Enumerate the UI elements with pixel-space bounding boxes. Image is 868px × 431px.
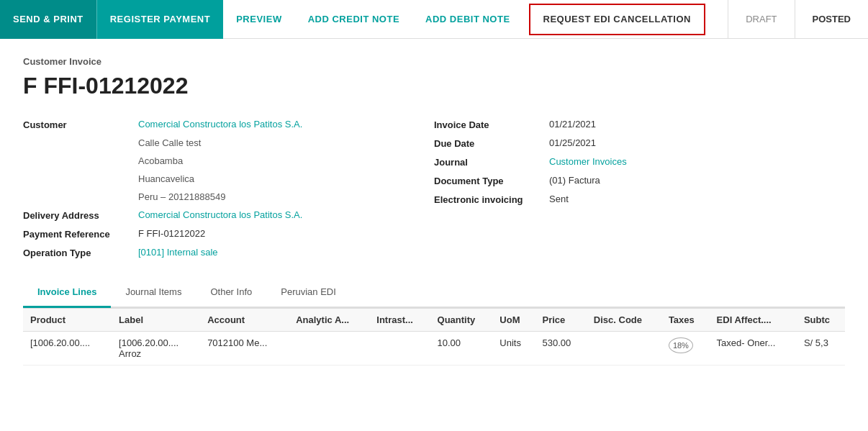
payment-reference-value: F FFI-01212022	[138, 228, 205, 239]
cell-product: [1006.20.00....	[23, 332, 112, 366]
due-date-label: Due Date	[434, 137, 549, 149]
fields-left: Customer Comercial Constructora los Pati…	[23, 117, 434, 260]
add-debit-note-button[interactable]: ADD DEBIT NOTE	[412, 0, 523, 39]
col-price: Price	[535, 309, 587, 332]
field-journal: Journal Customer Invoices	[434, 154, 845, 170]
address4-label	[23, 191, 138, 192]
payment-reference-label: Payment Reference	[23, 228, 138, 240]
main-content: Customer Invoice F FFI-01212022 Customer…	[0, 39, 868, 383]
electronic-invoicing-label: Electronic invoicing	[434, 194, 549, 205]
cell-subtotal: S/ 5,3	[797, 332, 845, 366]
fields-grid: Customer Comercial Constructora los Pati…	[23, 117, 845, 260]
document-subtitle: Customer Invoice	[23, 56, 845, 67]
status-posted[interactable]: POSTED	[795, 0, 868, 39]
tab-peruvian-edi[interactable]: Peruvian EDI	[266, 278, 351, 308]
tabs: Invoice Lines Journal Items Other Info P…	[23, 278, 845, 308]
cell-price: 530.00	[535, 332, 587, 366]
field-address1: Calle Calle test	[23, 135, 434, 150]
field-address3: Huancavelica	[23, 171, 434, 186]
col-account: Account	[200, 309, 289, 332]
field-delivery-address: Delivery Address Comercial Constructora …	[23, 207, 434, 223]
field-address4: Peru – 20121888549	[23, 189, 434, 204]
operation-type-value[interactable]: [0101] Internal sale	[138, 247, 218, 258]
journal-value[interactable]: Customer Invoices	[549, 156, 627, 167]
delivery-address-value[interactable]: Comercial Constructora los Patitos S.A.	[138, 209, 302, 220]
cell-quantity: 10.00	[430, 332, 493, 366]
table-row[interactable]: [1006.20.00.... [1006.20.00.... Arroz 70…	[23, 332, 845, 366]
address3-label	[23, 173, 138, 174]
address4-value: Peru – 20121888549	[138, 191, 225, 202]
cell-account: 7012100 Me...	[200, 332, 289, 366]
col-edi-affect: EDI Affect....	[710, 309, 797, 332]
col-analytic: Analytic A...	[289, 309, 369, 332]
cell-taxes: 18%	[661, 332, 710, 366]
preview-button[interactable]: PREVIEW	[223, 0, 294, 39]
register-payment-button[interactable]: REGISTER PAYMENT	[96, 0, 223, 39]
invoice-date-label: Invoice Date	[434, 119, 549, 130]
document-type-value: (01) Factura	[549, 175, 600, 186]
address1-label	[23, 137, 138, 138]
status-bar: DRAFT POSTED	[728, 0, 868, 39]
electronic-invoicing-value: Sent	[549, 194, 569, 204]
field-address2: Acobamba	[23, 153, 434, 168]
tab-journal-items[interactable]: Journal Items	[111, 278, 196, 308]
col-uom: UoM	[492, 309, 535, 332]
invoice-lines-table: Product Label Account Analytic A... Intr…	[23, 308, 845, 366]
due-date-value: 01/25/2021	[549, 137, 596, 148]
address2-value: Acobamba	[138, 155, 183, 166]
col-product: Product	[23, 309, 112, 332]
tax-badge: 18%	[669, 337, 693, 353]
delivery-address-label: Delivery Address	[23, 209, 138, 221]
cell-disc-code	[587, 332, 661, 366]
field-electronic-invoicing: Electronic invoicing Sent	[434, 191, 845, 207]
field-operation-type: Operation Type [0101] Internal sale	[23, 245, 434, 260]
customer-label: Customer	[23, 119, 138, 130]
field-customer: Customer Comercial Constructora los Pati…	[23, 117, 434, 132]
cell-uom: Units	[492, 332, 535, 366]
col-intrast: Intrast...	[369, 309, 430, 332]
tab-invoice-lines[interactable]: Invoice Lines	[23, 278, 111, 308]
address3-value: Huancavelica	[138, 173, 194, 184]
cell-label: [1006.20.00.... Arroz	[112, 332, 200, 366]
address1-value: Calle Calle test	[138, 137, 201, 148]
customer-value[interactable]: Comercial Constructora los Patitos S.A.	[138, 119, 302, 130]
request-edi-cancellation-button[interactable]: REQUEST EDI CANCELLATION	[529, 4, 705, 35]
field-due-date: Due Date 01/25/2021	[434, 135, 845, 151]
status-draft[interactable]: DRAFT	[728, 0, 795, 39]
field-document-type: Document Type (01) Factura	[434, 173, 845, 189]
cell-intrast	[369, 332, 430, 366]
operation-type-label: Operation Type	[23, 247, 138, 258]
tab-other-info[interactable]: Other Info	[196, 278, 266, 308]
col-disc-code: Disc. Code	[587, 309, 661, 332]
cell-edi-affect: Taxed- Oner...	[710, 332, 797, 366]
cell-analytic	[289, 332, 369, 366]
col-subtotal: Subtc	[797, 309, 845, 332]
toolbar: SEND & PRINT REGISTER PAYMENT PREVIEW AD…	[0, 0, 868, 39]
address2-label	[23, 155, 138, 156]
field-payment-reference: Payment Reference F FFI-01212022	[23, 226, 434, 242]
journal-label: Journal	[434, 156, 549, 168]
invoice-date-value: 01/21/2021	[549, 119, 596, 130]
document-type-label: Document Type	[434, 175, 549, 186]
send-print-button[interactable]: SEND & PRINT	[0, 0, 96, 39]
fields-right: Invoice Date 01/21/2021 Due Date 01/25/2…	[434, 117, 845, 260]
col-taxes: Taxes	[661, 309, 710, 332]
document-title: F FFI-01212022	[23, 73, 845, 99]
col-label: Label	[112, 309, 200, 332]
add-credit-note-button[interactable]: ADD CREDIT NOTE	[295, 0, 412, 39]
field-invoice-date: Invoice Date 01/21/2021	[434, 117, 845, 132]
col-quantity: Quantity	[430, 309, 493, 332]
